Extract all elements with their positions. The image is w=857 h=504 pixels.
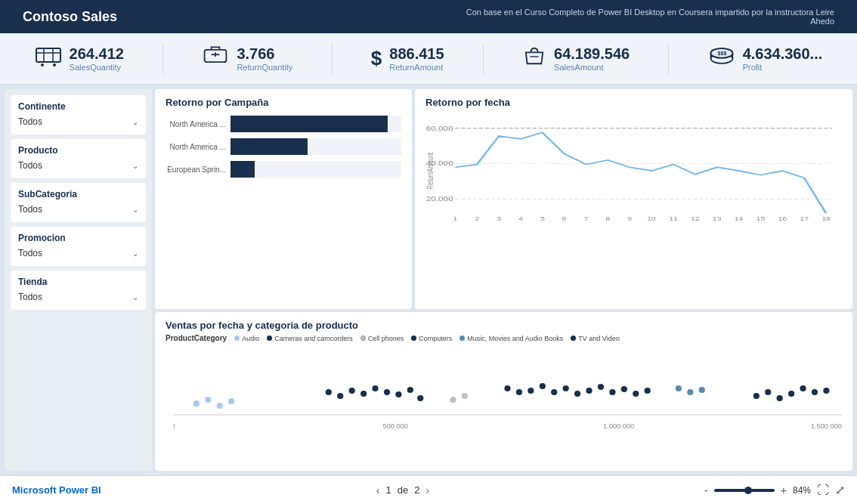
- line-chart: ReturnAmount 60.000 40.000 20.000: [425, 114, 842, 227]
- page-current: 1: [385, 484, 391, 496]
- legend-audio: Audio: [234, 334, 259, 342]
- svg-point-55: [407, 387, 413, 393]
- svg-point-61: [528, 388, 534, 394]
- fullscreen-icon[interactable]: ⤢: [835, 483, 845, 497]
- zoom-minus-button[interactable]: -: [704, 484, 708, 496]
- svg-point-56: [417, 395, 423, 401]
- svg-text:60.000: 60.000: [426, 125, 453, 131]
- legend-cameras: Cameras and camcorders: [267, 334, 353, 342]
- kpi-return-qty: 3.766 ReturnQuantity: [202, 45, 292, 72]
- scatter-chart-header: Ventas por fecha y categoria de producto: [166, 320, 842, 331]
- kpi-return-icon: [202, 45, 229, 72]
- filter-promocion-label: Promocion: [18, 233, 138, 243]
- svg-point-74: [699, 387, 705, 393]
- filter-subcategoria-select[interactable]: Todos ⌄: [18, 203, 138, 216]
- filter-continente[interactable]: Continente Todos ⌄: [11, 95, 146, 135]
- svg-point-81: [823, 388, 829, 394]
- scatter-plot-area: 0 500.000 1.000.000 1.500.000: [173, 347, 842, 433]
- svg-point-70: [633, 391, 639, 397]
- kpi-bar: 264.412 SalesQuantity 3.766 ReturnQuanti…: [0, 33, 857, 85]
- filter-continente-value: Todos: [18, 116, 42, 127]
- kpi-profit: $$$ 4.634.360... Profit: [708, 45, 823, 72]
- svg-rect-0: [36, 48, 60, 62]
- kpi-divider-3: [483, 44, 484, 74]
- bar-chart: North America ... North America ... Euro…: [166, 116, 401, 178]
- svg-text:ReturnAmount: ReturnAmount: [426, 152, 435, 189]
- header-subtitle: Con base en el Curso Completo de Power B…: [456, 8, 834, 26]
- svg-point-52: [372, 385, 378, 391]
- chevron-down-icon: ⌄: [132, 162, 138, 170]
- kpi-return-qty-label: ReturnQuantity: [237, 63, 292, 72]
- filter-tienda-select[interactable]: Todos ⌄: [18, 290, 138, 304]
- svg-text:40.000: 40.000: [426, 160, 453, 167]
- filter-tienda[interactable]: Tienda Todos ⌄: [11, 271, 146, 310]
- svg-text:$$$: $$$: [717, 50, 726, 57]
- kpi-sales-qty-text: 264.412 SalesQuantity: [70, 45, 124, 72]
- bar-label-2: North America ...: [166, 143, 226, 151]
- zoom-slider[interactable]: [714, 489, 775, 492]
- svg-point-57: [450, 397, 456, 403]
- kpi-coin-icon: $$$: [708, 45, 735, 72]
- legend-cellphones-label: Cell phones: [368, 335, 404, 342]
- bar-label-1: North America ...: [166, 120, 226, 128]
- kpi-profit-text: 4.634.360... Profit: [743, 45, 823, 72]
- kpi-sales-amt-text: 64.189.546 SalesAmount: [554, 45, 630, 72]
- bar-track-2: [230, 138, 401, 155]
- powerbi-brand[interactable]: Microsoft Power BI: [12, 484, 101, 496]
- filter-producto[interactable]: Producto Todos ⌄: [11, 139, 146, 178]
- legend-music-label: Music, Movies and Audio Books: [467, 335, 563, 342]
- next-page-button[interactable]: ›: [425, 484, 429, 496]
- bar-fill-1: [230, 116, 388, 132]
- svg-text:6: 6: [562, 215, 567, 221]
- svg-point-75: [753, 393, 760, 399]
- svg-text:1: 1: [453, 215, 457, 221]
- svg-point-50: [349, 388, 355, 394]
- svg-point-53: [384, 389, 390, 395]
- bar-label-3: European Sprin...: [166, 165, 226, 174]
- scatter-chart-card: Ventas por fecha y categoria de producto…: [155, 312, 852, 471]
- svg-text:15: 15: [756, 215, 766, 221]
- bar-row-1: North America ...: [166, 116, 401, 132]
- legend-tv-label: TV and Video: [578, 335, 619, 342]
- svg-point-60: [516, 389, 522, 395]
- svg-point-54: [395, 391, 401, 397]
- kpi-return-amt-label: ReturnAmount: [389, 63, 444, 72]
- zoom-thumb: [744, 487, 752, 494]
- kpi-divider-2: [332, 44, 333, 74]
- svg-point-72: [676, 385, 682, 391]
- filter-continente-select[interactable]: Todos ⌄: [18, 115, 138, 128]
- filter-promocion[interactable]: Promocion Todos ⌄: [11, 227, 146, 266]
- expand-icon[interactable]: ⛶: [817, 484, 829, 497]
- filter-tienda-label: Tienda: [18, 277, 138, 287]
- svg-point-5: [53, 63, 56, 66]
- svg-text:20.000: 20.000: [426, 196, 453, 203]
- page-total: 2: [414, 484, 419, 496]
- svg-point-48: [326, 389, 332, 395]
- bar-fill-2: [230, 138, 308, 155]
- filter-producto-label: Producto: [18, 145, 138, 156]
- app-title: Contoso Sales: [23, 9, 117, 25]
- bar-chart-title: Retorno por Campaña: [166, 97, 401, 108]
- kpi-cart-icon: [35, 45, 62, 72]
- svg-point-49: [337, 393, 343, 399]
- zoom-plus-button[interactable]: +: [781, 484, 787, 496]
- kpi-sales-amt-value: 64.189.546: [554, 45, 630, 63]
- kpi-sales-amt-label: SalesAmount: [554, 63, 630, 72]
- filter-promocion-select[interactable]: Todos ⌄: [18, 246, 138, 260]
- filter-producto-select[interactable]: Todos ⌄: [18, 159, 138, 172]
- svg-point-77: [777, 395, 783, 401]
- svg-text:1.000.000: 1.000.000: [603, 422, 634, 430]
- filter-subcategoria[interactable]: SubCategoria Todos ⌄: [11, 183, 146, 222]
- legend-tv: TV and Video: [571, 334, 619, 342]
- prev-page-button[interactable]: ‹: [376, 484, 380, 496]
- charts-area: Retorno por Campaña North America ... No…: [155, 89, 852, 471]
- legend-label: ProductCategory: [166, 334, 227, 342]
- kpi-return-amt-value: 886.415: [389, 45, 444, 63]
- svg-point-46: [217, 403, 223, 409]
- kpi-return-amt: $ 886.415 ReturnAmount: [371, 45, 444, 72]
- legend-cameras-label: Cameras and camcorders: [274, 335, 353, 342]
- line-chart-title: Retorno por fecha: [425, 97, 842, 108]
- footer-right: - + 84% ⛶ ⤢: [704, 483, 845, 497]
- svg-point-51: [360, 391, 367, 397]
- line-chart-card: Retorno por fecha ReturnAmount 60.000 40: [415, 89, 852, 309]
